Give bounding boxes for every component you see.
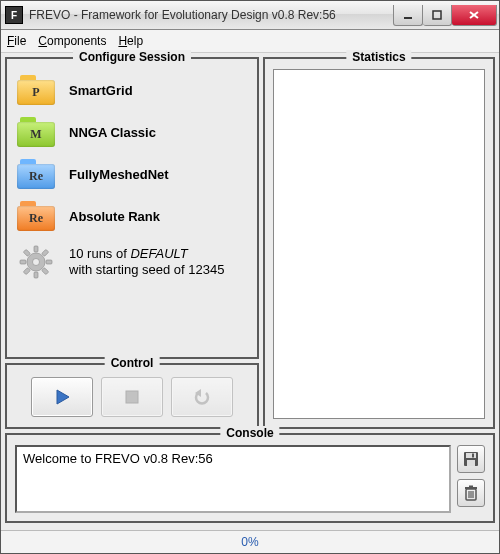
menu-help[interactable]: Help xyxy=(118,34,143,48)
session-item-problem[interactable]: P SmartGrid xyxy=(15,69,249,111)
session-item-label: FullyMeshedNet xyxy=(69,167,169,182)
svg-rect-20 xyxy=(472,454,474,458)
control-panel: Control xyxy=(5,363,259,429)
progress-label: 0% xyxy=(241,535,258,549)
stop-button[interactable] xyxy=(101,377,163,417)
titlebar: F FREVO - Framework for Evolutionary Des… xyxy=(1,1,499,30)
svg-rect-8 xyxy=(20,260,26,264)
progress-bar: 0% xyxy=(1,530,499,553)
runs-description: 10 runs of DEFAULT with starting seed of… xyxy=(69,246,224,277)
folder-icon: P xyxy=(17,75,55,105)
svg-point-5 xyxy=(33,259,40,266)
configure-session-legend: Configure Session xyxy=(73,50,191,64)
folder-icon: M xyxy=(17,117,55,147)
gear-icon xyxy=(17,243,55,281)
svg-rect-1 xyxy=(433,11,441,19)
svg-rect-11 xyxy=(23,268,30,275)
maximize-button[interactable] xyxy=(423,5,452,26)
console-buttons xyxy=(457,445,485,513)
close-icon xyxy=(468,10,480,20)
console-output[interactable]: Welcome to FREVO v0.8 Rev:56 xyxy=(15,445,451,513)
console-legend: Console xyxy=(220,426,279,440)
minimize-icon xyxy=(403,10,413,20)
replay-button[interactable] xyxy=(171,377,233,417)
app-window: F FREVO - Framework for Evolutionary Des… xyxy=(0,0,500,554)
configure-session-panel: Configure Session P SmartGrid M NNGA Cla… xyxy=(5,57,259,359)
floppy-icon xyxy=(463,451,479,467)
svg-rect-6 xyxy=(34,246,38,252)
statistics-panel: Statistics xyxy=(263,57,495,429)
svg-rect-15 xyxy=(126,391,138,403)
svg-rect-26 xyxy=(469,486,473,488)
svg-rect-7 xyxy=(34,272,38,278)
play-icon xyxy=(53,388,71,406)
play-button[interactable] xyxy=(31,377,93,417)
svg-rect-18 xyxy=(466,453,476,458)
control-legend: Control xyxy=(105,356,160,370)
stop-icon xyxy=(124,389,140,405)
minimize-button[interactable] xyxy=(393,5,423,26)
window-controls xyxy=(393,5,497,25)
client-area: Configure Session P SmartGrid M NNGA Cla… xyxy=(1,53,499,530)
folder-icon: Re xyxy=(17,201,55,231)
app-icon: F xyxy=(5,6,23,24)
session-item-runs[interactable]: 10 runs of DEFAULT with starting seed of… xyxy=(15,237,249,287)
svg-rect-19 xyxy=(467,460,475,466)
save-console-button[interactable] xyxy=(457,445,485,473)
trash-icon xyxy=(464,485,478,501)
folder-icon: Re xyxy=(17,159,55,189)
svg-rect-9 xyxy=(46,260,52,264)
svg-rect-13 xyxy=(42,268,49,275)
session-item-ranking[interactable]: Re Absolute Rank xyxy=(15,195,249,237)
upper-row: Configure Session P SmartGrid M NNGA Cla… xyxy=(5,57,495,429)
session-item-label: Absolute Rank xyxy=(69,209,160,224)
console-panel: Console Welcome to FREVO v0.8 Rev:56 xyxy=(5,433,495,523)
session-item-representation[interactable]: Re FullyMeshedNet xyxy=(15,153,249,195)
svg-marker-14 xyxy=(57,390,69,404)
menu-file[interactable]: File xyxy=(7,34,26,48)
window-title: FREVO - Framework for Evolutionary Desig… xyxy=(29,8,393,22)
close-button[interactable] xyxy=(452,5,497,26)
statistics-legend: Statistics xyxy=(346,50,411,64)
session-item-label: SmartGrid xyxy=(69,83,133,98)
menu-components[interactable]: Components xyxy=(38,34,106,48)
undo-icon xyxy=(192,389,212,405)
statistics-canvas xyxy=(273,69,485,419)
session-item-method[interactable]: M NNGA Classic xyxy=(15,111,249,153)
clear-console-button[interactable] xyxy=(457,479,485,507)
maximize-icon xyxy=(432,10,442,20)
session-item-label: NNGA Classic xyxy=(69,125,156,140)
svg-rect-10 xyxy=(42,249,49,256)
left-column: Configure Session P SmartGrid M NNGA Cla… xyxy=(5,57,259,429)
svg-rect-12 xyxy=(23,249,30,256)
